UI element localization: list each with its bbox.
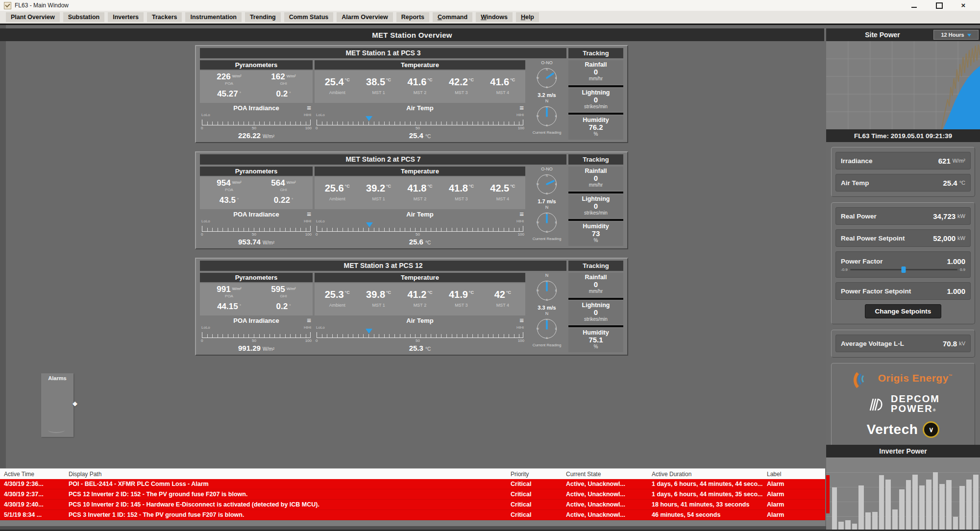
temp-value: 25.6	[325, 183, 344, 193]
hamburger-menu-icon[interactable]: ≡	[307, 103, 311, 112]
close-button[interactable]: ×	[959, 2, 967, 9]
menu-windows[interactable]: Windows	[476, 12, 513, 22]
slider-track[interactable]	[850, 269, 957, 270]
inverter-power-bar	[973, 475, 979, 531]
wind-speed: 1.7 m/s	[527, 198, 566, 205]
inverter-power-bar	[879, 475, 884, 531]
divider	[568, 192, 623, 193]
tracking-column: Rainfall0mm/hr Lightning0strikes/min Hum…	[568, 60, 623, 140]
tick-50: 50	[416, 126, 420, 130]
met-station-panel-1: MET Station 1 at PCS 3 Tracking Pyranome…	[195, 45, 628, 143]
power-factor-row: Power Factor1.000 -0.90.9	[835, 251, 971, 278]
linear-scale	[317, 228, 523, 232]
air-temp-gauge: Air Temp≡ LoLoHiHi 050100 25.4 °C	[315, 104, 525, 140]
alarms-panel-scribble	[48, 427, 65, 433]
temp-label: MST 2	[399, 196, 441, 201]
wind-compass-icon: NESW	[534, 66, 560, 90]
gauge-unit: W/m²	[263, 240, 274, 245]
temp-value: 38.5	[366, 76, 385, 87]
tilt-value: 45.27	[217, 89, 238, 98]
power-factor-slider[interactable]: -0.90.9	[841, 267, 965, 272]
temp-unit: °C	[345, 184, 350, 189]
menu-trackers[interactable]: Trackers	[147, 12, 182, 22]
col-active-duration[interactable]: Active Duration	[652, 471, 691, 478]
inverter-power-bar	[912, 475, 918, 531]
menu-reports[interactable]: Reports	[396, 12, 429, 22]
tracker-compass-icon: NESW	[534, 104, 560, 128]
real-power-setpoint-row: Real Power Setpoint52,000kW	[835, 229, 971, 247]
temp-unit: °C	[427, 184, 432, 189]
maximize-button[interactable]	[935, 2, 943, 9]
col-label[interactable]: Label	[767, 471, 781, 478]
col-active-time[interactable]: Active Time	[4, 471, 34, 478]
gauge-unit: °C	[425, 240, 431, 245]
temp-label: MST 1	[358, 196, 399, 201]
menu-trending[interactable]: Trending	[245, 12, 281, 22]
alarm-table-header: Active Time Display Path Priority Curren…	[0, 468, 825, 480]
tick-0: 0	[316, 232, 318, 237]
hamburger-menu-icon[interactable]: ≡	[519, 316, 524, 324]
hamburger-menu-icon[interactable]: ≡	[307, 210, 311, 218]
menu-alarm-overview[interactable]: Alarm Overview	[337, 12, 393, 22]
col-current-state[interactable]: Current State	[566, 471, 601, 478]
gauge-title: Air Temp	[406, 104, 433, 112]
tracking-column: Rainfall0mm/hr Lightning0strikes/min Hum…	[568, 273, 623, 352]
svg-text:S: S	[546, 124, 548, 127]
inverter-power-bar	[919, 485, 925, 531]
temp-value: 25.3	[325, 289, 344, 300]
tick-0: 0	[316, 126, 318, 130]
temp-label: Ambient	[317, 90, 358, 95]
hamburger-menu-icon[interactable]: ≡	[519, 210, 524, 218]
divider	[568, 325, 623, 327]
col-priority[interactable]: Priority	[511, 471, 529, 478]
pyranometers-header: Pyranometers	[200, 60, 313, 70]
poa-value: 991	[217, 285, 230, 294]
inverter-power-bar	[926, 480, 931, 531]
time-range-dropdown[interactable]: 12 Hours	[933, 30, 979, 40]
ghi-label: GHI	[256, 188, 311, 192]
menu-command[interactable]: Command	[433, 12, 472, 22]
pyranometer-values: 226W/m²POA 162W/m²GHI 45.27° 0.2°	[200, 71, 313, 103]
alarm-row[interactable]: 5/1/19 8:34 ...PCS 3 Inverter 1 ID: 152 …	[0, 510, 825, 520]
tilt-unit: °	[240, 91, 241, 96]
diamond-handle-icon[interactable]: ◆	[73, 400, 77, 407]
inverter-power-bar	[906, 480, 911, 531]
poa-value: 954	[217, 178, 230, 188]
menu-plant-overview[interactable]: Plant Overview	[6, 12, 60, 22]
gauge-unit: °C	[425, 134, 431, 139]
menu-help[interactable]: Help	[516, 12, 539, 22]
alarms-mini-panel[interactable]: Alarms ◆	[41, 373, 74, 437]
alarm-row[interactable]: 4/30/19 2:40...PCS 10 Inverter 2 ID: 145…	[0, 500, 825, 510]
temp-label: MST 3	[441, 90, 482, 95]
alarm-row[interactable]: 4/30/19 2:37...PCS 12 Inverter 2 ID: 152…	[0, 489, 825, 500]
temp-unit: °C	[345, 77, 350, 82]
temp-value: 41.2	[407, 289, 426, 300]
poa-irradiance-gauge: POA Irradiance≡ LoLoHiHi 050100 226.22 W…	[200, 104, 313, 140]
temp-unit: °C	[506, 290, 511, 295]
menu-bar: Plant Overview Substation Inverters Trac…	[0, 11, 980, 25]
hamburger-menu-icon[interactable]: ≡	[307, 316, 311, 324]
temp-value: 41.6	[407, 76, 426, 87]
menu-inverters[interactable]: Inverters	[108, 12, 144, 22]
menu-comm-status[interactable]: Comm Status	[284, 12, 334, 22]
station-title: MET Station 2 at PCS 7	[200, 154, 566, 165]
menu-instrumentation[interactable]: Instrumentation	[185, 12, 241, 22]
met-stations-container: MET Station 1 at PCS 3 Tracking Pyranome…	[195, 45, 628, 364]
chevron-down-icon	[967, 34, 971, 39]
slider-handle[interactable]	[902, 266, 906, 273]
poa-label: POA	[202, 294, 256, 298]
divider	[568, 219, 623, 221]
ghi-value: 564	[271, 178, 285, 188]
gauge-value: 25.3	[409, 344, 423, 352]
tick-100: 100	[518, 338, 524, 343]
menu-substation[interactable]: Substation	[63, 12, 105, 22]
inverter-power-bar	[939, 484, 945, 531]
inverter-power-bar	[858, 485, 864, 531]
minimize-button[interactable]	[910, 2, 918, 9]
alarm-row[interactable]: 4/30/19 2:36...POI - BEL-2414 - XFMR PLC…	[0, 479, 825, 489]
change-setpoints-button[interactable]: Change Setpoints	[865, 304, 942, 318]
temp-unit: °C	[469, 77, 474, 82]
col-display-path[interactable]: Display Path	[69, 471, 101, 478]
svg-text:E: E	[555, 221, 557, 224]
hamburger-menu-icon[interactable]: ≡	[519, 103, 524, 112]
